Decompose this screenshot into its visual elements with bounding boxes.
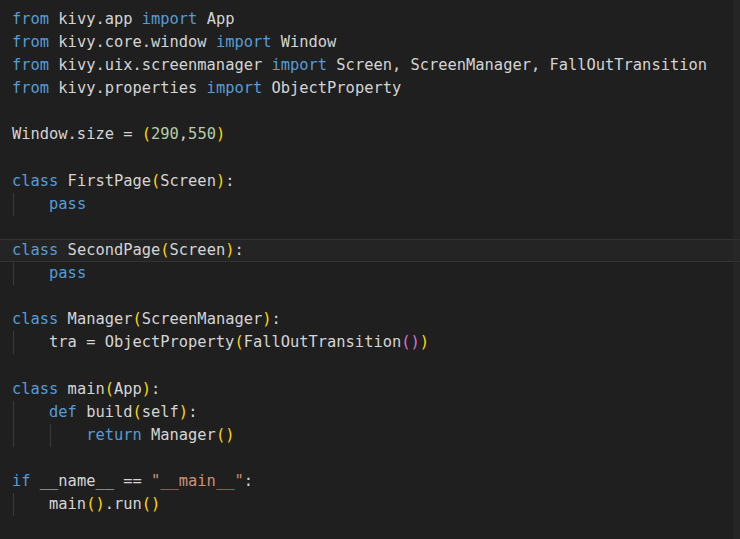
token-txt: kivy.core.window [49, 33, 216, 51]
indent-guide [13, 331, 14, 354]
token-kw: from [12, 56, 49, 74]
indent-guide [50, 424, 51, 447]
token-txt: __name__ == [31, 472, 151, 490]
token-txt: : [272, 310, 281, 328]
token-kw: class [12, 380, 58, 398]
code-text: def build(self): [0, 401, 740, 424]
code-line[interactable] [0, 516, 740, 539]
code-area: from kivy.app import Appfrom kivy.core.w… [0, 0, 740, 539]
code-text: from kivy.app import App [0, 8, 740, 31]
token-txt: Screen [160, 172, 216, 190]
code-editor[interactable]: from kivy.app import Appfrom kivy.core.w… [0, 0, 740, 539]
code-text: pass [0, 193, 740, 216]
token-txt [12, 195, 49, 213]
code-text: main().run() [0, 493, 740, 516]
token-b1: () [86, 495, 105, 513]
token-txt: kivy.properties [49, 79, 207, 97]
code-line[interactable]: def build(self): [0, 401, 740, 424]
code-line[interactable]: from kivy.uix.screenmanager import Scree… [0, 54, 740, 77]
code-line[interactable] [0, 216, 740, 239]
code-line[interactable]: from kivy.app import App [0, 8, 740, 31]
token-kw: if [12, 472, 31, 490]
token-b2: () [401, 333, 420, 351]
token-txt: build [77, 403, 133, 421]
token-b1: ) [216, 125, 225, 143]
token-b1: ) [262, 310, 271, 328]
token-kw: return [86, 426, 142, 444]
token-txt [12, 264, 49, 282]
code-line[interactable] [0, 354, 740, 377]
indent-guide [13, 262, 14, 285]
token-kw: pass [49, 195, 86, 213]
code-line[interactable]: pass [0, 262, 740, 285]
token-txt: FallOutTransition [244, 333, 402, 351]
token-txt: .run [105, 495, 142, 513]
indent-guide [13, 193, 14, 216]
code-line[interactable]: class FirstPage(Screen): [0, 170, 740, 193]
code-line[interactable]: Window.size = (290,550) [0, 123, 740, 146]
token-b1: () [216, 426, 235, 444]
token-b1: ) [142, 380, 151, 398]
token-b1: ( [133, 403, 142, 421]
token-txt: : [244, 472, 253, 490]
token-txt: Manager [58, 310, 132, 328]
token-txt: FirstPage [58, 172, 151, 190]
code-text: from kivy.uix.screenmanager import Scree… [0, 54, 740, 77]
code-text: from kivy.properties import ObjectProper… [0, 77, 740, 100]
code-line[interactable]: pass [0, 193, 740, 216]
token-b1: ( [105, 380, 114, 398]
token-kw: pass [49, 264, 86, 282]
token-kw: class [12, 310, 58, 328]
code-text: class main(App): [0, 378, 740, 401]
token-txt: Window [271, 33, 336, 51]
code-text: return Manager() [0, 424, 740, 447]
token-txt: ObjectProperty [262, 79, 401, 97]
code-text: if __name__ == "__main__": [0, 470, 740, 493]
token-txt: SecondPage [58, 241, 160, 259]
token-txt: : [188, 403, 197, 421]
token-txt: tra = ObjectProperty [12, 333, 234, 351]
token-kw: from [12, 33, 49, 51]
token-txt: kivy.app [49, 10, 142, 28]
code-line[interactable]: tra = ObjectProperty(FallOutTransition()… [0, 331, 740, 354]
scrollbar-track[interactable] [733, 0, 740, 539]
code-line[interactable]: return Manager() [0, 424, 740, 447]
code-line[interactable]: if __name__ == "__main__": [0, 470, 740, 493]
code-line[interactable] [0, 285, 740, 308]
code-line-current[interactable]: class SecondPage(Screen): [0, 239, 740, 262]
token-b1: ( [234, 333, 243, 351]
token-b1: ( [160, 241, 169, 259]
indent-guide [13, 424, 14, 447]
code-line[interactable]: from kivy.core.window import Window [0, 31, 740, 54]
code-line[interactable]: main().run() [0, 493, 740, 516]
token-kw: class [12, 241, 58, 259]
token-txt: Manager [142, 426, 216, 444]
token-b1: ( [132, 310, 141, 328]
token-b1: ( [142, 125, 151, 143]
code-line[interactable]: from kivy.properties import ObjectProper… [0, 77, 740, 100]
token-txt: App [197, 10, 234, 28]
token-txt: Screen, ScreenManager, FallOutTransition [327, 56, 707, 74]
code-line[interactable] [0, 447, 740, 470]
token-txt: main [58, 380, 104, 398]
token-txt: App [114, 380, 142, 398]
token-kw: import [216, 33, 272, 51]
token-b1: ) [179, 403, 188, 421]
code-text: class SecondPage(Screen): [0, 240, 740, 261]
code-line[interactable] [0, 147, 740, 170]
code-text: from kivy.core.window import Window [0, 31, 740, 54]
code-line[interactable]: class main(App): [0, 378, 740, 401]
token-txt: self [142, 403, 179, 421]
token-kw: import [142, 10, 198, 28]
code-text: Window.size = (290,550) [0, 123, 740, 146]
token-txt: main [12, 495, 86, 513]
token-kw: import [271, 56, 327, 74]
token-txt: , [179, 125, 188, 143]
token-kw: from [12, 10, 49, 28]
code-line[interactable] [0, 100, 740, 123]
token-b1: ) [420, 333, 429, 351]
token-txt: : [234, 241, 243, 259]
token-txt: ScreenManager [142, 310, 262, 328]
code-line[interactable]: class Manager(ScreenManager): [0, 308, 740, 331]
token-num: 290 [151, 125, 179, 143]
